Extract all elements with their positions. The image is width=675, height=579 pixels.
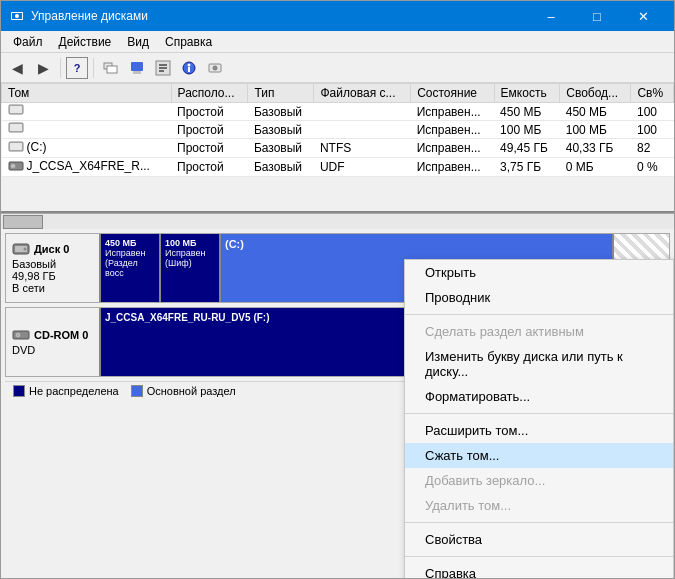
col-filesystem[interactable]: Файловая с... — [314, 84, 411, 103]
window-title: Управление дисками — [31, 9, 528, 23]
partition-0-1[interactable]: 100 МБ Исправен (Шиф) — [161, 234, 221, 302]
disk-status-0: В сети — [12, 282, 93, 294]
context-menu-sep-13 — [405, 556, 673, 557]
row-cell-0-6: 100 — [631, 103, 674, 121]
context-menu-sep-11 — [405, 522, 673, 523]
context-menu-item-14[interactable]: Справка — [405, 561, 673, 578]
row-cell-0-0: Простой — [171, 103, 248, 121]
col-type[interactable]: Тип — [248, 84, 314, 103]
context-menu-item-8[interactable]: Сжать том... — [405, 443, 673, 468]
maximize-button[interactable]: □ — [574, 1, 620, 31]
row-cell-1-6: 100 — [631, 121, 674, 139]
context-menu-item-3: Сделать раздел активным — [405, 319, 673, 344]
svg-rect-6 — [133, 71, 141, 74]
svg-point-23 — [10, 164, 15, 169]
main-window: Управление дисками – □ ✕ Файл Действие В… — [0, 0, 675, 579]
disk-type-0: Базовый — [12, 258, 93, 270]
col-location[interactable]: Располо... — [171, 84, 248, 103]
context-menu-item-4[interactable]: Изменить букву диска или путь к диску... — [405, 344, 673, 384]
context-menu: ОткрытьПроводникСделать раздел активнымИ… — [404, 259, 674, 578]
context-menu-item-9: Добавить зеркало... — [405, 468, 673, 493]
row-cell-1-4: 100 МБ — [494, 121, 560, 139]
row-cell-2-1: Базовый — [248, 139, 314, 158]
row-cell-2-0: Простой — [171, 139, 248, 158]
partition-0-0[interactable]: 450 МБ Исправен (Раздел восс — [101, 234, 161, 302]
svg-point-2 — [15, 14, 19, 18]
toolbar-sep-2 — [93, 58, 94, 78]
svg-rect-17 — [10, 106, 22, 113]
row-cell-1-0: Простой — [171, 121, 248, 139]
minimize-button[interactable]: – — [528, 1, 574, 31]
svg-rect-19 — [10, 124, 22, 131]
col-capacity[interactable]: Емкость — [494, 84, 560, 103]
row-cell-2-6: 82 — [631, 139, 674, 158]
row-cell-0-2 — [314, 103, 411, 121]
title-bar: Управление дисками – □ ✕ — [1, 1, 674, 31]
partition-label-0-1: 100 МБ — [165, 238, 215, 248]
svg-point-26 — [24, 248, 27, 251]
disk-size-0: 49,98 ГБ — [12, 270, 93, 282]
row-cell-3-6: 0 % — [631, 158, 674, 177]
row-cell-0-1: Базовый — [248, 103, 314, 121]
toolbar-btn-5[interactable] — [151, 56, 175, 80]
context-menu-item-5[interactable]: Форматировать... — [405, 384, 673, 409]
row-cell-2-5: 40,33 ГБ — [560, 139, 631, 158]
close-button[interactable]: ✕ — [620, 1, 666, 31]
context-menu-item-10: Удалить том... — [405, 493, 673, 518]
legend-label-primary: Основной раздел — [147, 385, 236, 397]
menu-view[interactable]: Вид — [119, 33, 157, 51]
row-cell-3-0: Простой — [171, 158, 248, 177]
context-menu-item-7[interactable]: Расширить том... — [405, 418, 673, 443]
disk-id-cdrom: CD-ROM 0 — [34, 329, 88, 341]
col-tom[interactable]: Том — [2, 84, 172, 103]
toolbar-btn-6[interactable] — [177, 56, 201, 80]
row-cell-2-3: Исправен... — [411, 139, 494, 158]
back-button[interactable]: ◀ — [5, 56, 29, 80]
toolbar-sep-1 — [60, 58, 61, 78]
disk-label-cdrom: CD-ROM 0 DVD — [6, 308, 101, 376]
row-cell-3-3: Исправен... — [411, 158, 494, 177]
context-menu-item-1[interactable]: Проводник — [405, 285, 673, 310]
main-content: Том Располо... Тип Файловая с... Состоян… — [1, 83, 674, 578]
svg-point-29 — [17, 334, 19, 336]
menu-help[interactable]: Справка — [157, 33, 220, 51]
hdd-icon — [12, 242, 30, 256]
table-row[interactable]: J_CCSA_X64FRE_R...ПростойБазовыйUDFИспра… — [2, 158, 674, 177]
h-scrollbar[interactable] — [1, 213, 674, 229]
legend-box-unalloc — [13, 385, 25, 397]
svg-rect-4 — [107, 66, 117, 73]
scrollbar-thumb-h[interactable] — [3, 215, 43, 229]
toolbar-btn-4[interactable] — [125, 56, 149, 80]
context-menu-item-0[interactable]: Открыть — [405, 260, 673, 285]
svg-point-15 — [213, 65, 218, 70]
row-icon-0 — [2, 103, 172, 121]
toolbar-btn-3[interactable] — [99, 56, 123, 80]
context-menu-item-12[interactable]: Свойства — [405, 527, 673, 552]
row-cell-1-5: 100 МБ — [560, 121, 631, 139]
row-cell-3-5: 0 МБ — [560, 158, 631, 177]
col-free[interactable]: Свобод... — [560, 84, 631, 103]
window-controls: – □ ✕ — [528, 1, 666, 31]
forward-button[interactable]: ▶ — [31, 56, 55, 80]
partition-sub-0-1: Исправен (Шиф) — [165, 248, 215, 268]
row-cell-2-2: NTFS — [314, 139, 411, 158]
table-row[interactable]: ПростойБазовыйИсправен...100 МБ100 МБ100 — [2, 121, 674, 139]
context-menu-sep-6 — [405, 413, 673, 414]
table-row[interactable]: ПростойБазовыйИсправен...450 МБ450 МБ100 — [2, 103, 674, 121]
row-cell-0-4: 450 МБ — [494, 103, 560, 121]
menu-action[interactable]: Действие — [51, 33, 120, 51]
disk-type-cdrom: DVD — [12, 344, 93, 356]
partition-label-0-2: (C:) — [225, 238, 608, 250]
col-freepct[interactable]: Св% — [631, 84, 674, 103]
row-cell-0-3: Исправен... — [411, 103, 494, 121]
menu-file[interactable]: Файл — [5, 33, 51, 51]
legend-box-primary — [131, 385, 143, 397]
lower-panel: Диск 0 Базовый 49,98 ГБ В сети 450 МБ Ис… — [1, 229, 674, 578]
col-status[interactable]: Состояние — [411, 84, 494, 103]
row-icon-1 — [2, 121, 172, 139]
cdrom-icon — [12, 328, 30, 342]
help-button[interactable]: ? — [66, 57, 88, 79]
row-icon-3: J_CCSA_X64FRE_R... — [2, 158, 172, 177]
table-row[interactable]: (C:)ПростойБазовыйNTFSИсправен...49,45 Г… — [2, 139, 674, 158]
toolbar-btn-7[interactable] — [203, 56, 227, 80]
